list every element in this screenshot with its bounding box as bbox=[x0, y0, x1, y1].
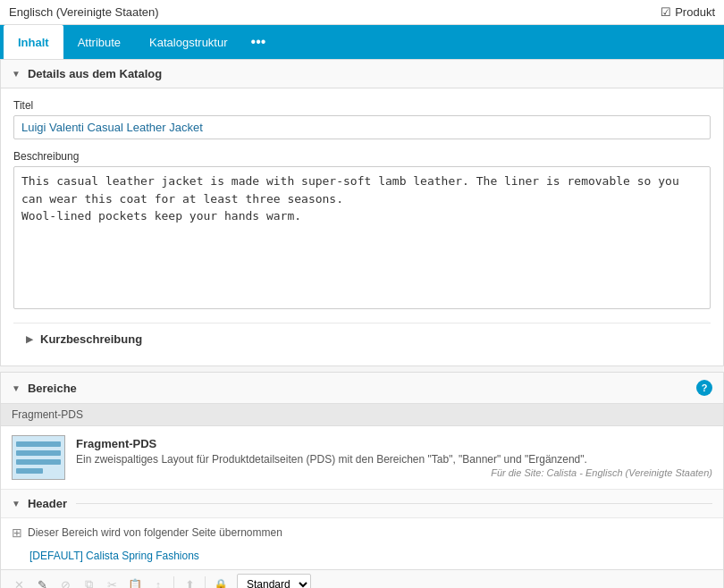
language-label: Englisch (Vereinigte Staaten) bbox=[9, 5, 159, 19]
bereiche-section-title: Bereiche bbox=[28, 382, 77, 395]
fragment-label-row: Fragment-PDS bbox=[1, 404, 723, 426]
toolbar-delete-btn[interactable]: ✕ bbox=[8, 574, 29, 588]
desc-label: Beschreibung bbox=[13, 150, 711, 163]
toolbar-divider-2 bbox=[205, 576, 206, 588]
kurzbeschreibung-chevron-icon: ▶ bbox=[26, 334, 33, 344]
fragment-title: Fragment-PDS bbox=[76, 437, 712, 450]
fragment-label: Fragment-PDS bbox=[12, 408, 83, 421]
details-section-title: Details aus dem Katalog bbox=[28, 67, 162, 80]
inherited-info: ⊞ Dieser Bereich wird von folgender Seit… bbox=[1, 518, 723, 547]
toolbar-select[interactable]: Standard Option 1 Option 2 bbox=[237, 574, 311, 588]
product-label: Produkt bbox=[675, 5, 715, 19]
thumb-line-3 bbox=[16, 459, 61, 465]
toolbar: ✕ ✎ ⊘ ⧉ ✂ 📋 ↕ ⬆ 🔒 Standard Option 1 Opti… bbox=[1, 569, 723, 588]
inherited-link[interactable]: [DEFAULT] Calista Spring Fashions bbox=[29, 550, 199, 562]
bereiche-chevron-icon: ▼ bbox=[12, 383, 21, 393]
toolbar-move-btn[interactable]: ↕ bbox=[147, 574, 169, 588]
details-chevron-icon: ▼ bbox=[12, 69, 21, 79]
product-area: ☑ Produkt bbox=[661, 5, 715, 19]
header-subsection-title[interactable]: ▼ Header bbox=[1, 490, 723, 518]
main-content: ▼ Details aus dem Katalog Titel Beschrei… bbox=[0, 59, 724, 588]
toolbar-lock-btn[interactable]: 🔒 bbox=[210, 574, 232, 588]
help-icon[interactable]: ? bbox=[696, 380, 712, 396]
toolbar-copy-btn[interactable]: ⧉ bbox=[78, 574, 99, 588]
tab-katalogstruktur[interactable]: Katalogstruktur bbox=[135, 25, 241, 59]
fragment-site: Für die Site: Calista - Englisch (Verein… bbox=[76, 467, 712, 478]
title-field-group: Titel bbox=[13, 99, 711, 139]
toolbar-block-btn[interactable]: ⊘ bbox=[55, 574, 76, 588]
fragment-info: Fragment-PDS Ein zweispaltiges Layout fü… bbox=[76, 437, 712, 478]
toolbar-cut-btn[interactable]: ✂ bbox=[101, 574, 122, 588]
toolbar-edit-btn[interactable]: ✎ bbox=[31, 574, 53, 588]
kurzbeschreibung-label: Kurzbeschreibung bbox=[40, 332, 142, 346]
top-bar: Englisch (Vereinigte Staaten) ☑ Produkt bbox=[0, 0, 724, 25]
tab-bar: Inhalt Attribute Katalogstruktur ••• bbox=[0, 25, 724, 59]
fragment-card: Fragment-PDS Ein zweispaltiges Layout fü… bbox=[1, 426, 723, 490]
desc-textarea[interactable]: This casual leather jacket is made with … bbox=[13, 166, 711, 309]
inherited-link-wrapper: [DEFAULT] Calista Spring Fashions bbox=[1, 547, 723, 569]
tab-more[interactable]: ••• bbox=[242, 30, 275, 54]
fragment-thumbnail bbox=[12, 435, 65, 480]
toolbar-paste-btn[interactable]: 📋 bbox=[124, 574, 146, 588]
header-chevron-icon: ▼ bbox=[12, 499, 21, 508]
bereiche-section-header[interactable]: ▼ Bereiche ? bbox=[1, 373, 723, 404]
details-section: ▼ Details aus dem Katalog Titel Beschrei… bbox=[0, 59, 724, 366]
product-icon: ☑ bbox=[661, 5, 671, 19]
thumb-line-2 bbox=[16, 450, 61, 456]
thumb-line-4 bbox=[16, 468, 43, 474]
toolbar-upload-btn[interactable]: ⬆ bbox=[179, 574, 200, 588]
details-section-body: Titel Beschreibung This casual leather j… bbox=[1, 88, 723, 365]
thumb-line-1 bbox=[16, 441, 61, 447]
header-sub-label: Header bbox=[28, 497, 67, 510]
inherited-text: Dieser Bereich wird von folgender Seite … bbox=[28, 526, 282, 539]
kurzbeschreibung-header[interactable]: ▶ Kurzbeschreibung bbox=[13, 323, 711, 355]
header-divider bbox=[76, 503, 712, 504]
inherited-icon: ⊞ bbox=[12, 525, 22, 540]
fragment-desc: Ein zweispaltiges Layout für Produktdeta… bbox=[76, 453, 712, 466]
title-input[interactable] bbox=[13, 115, 711, 139]
title-label: Titel bbox=[13, 99, 711, 112]
desc-field-group: Beschreibung This casual leather jacket … bbox=[13, 150, 711, 312]
details-section-header[interactable]: ▼ Details aus dem Katalog bbox=[1, 60, 723, 88]
tab-attribute[interactable]: Attribute bbox=[63, 25, 135, 59]
tab-inhalt[interactable]: Inhalt bbox=[4, 25, 63, 59]
toolbar-divider-1 bbox=[173, 576, 174, 588]
header-subsection: ▼ Header ⊞ Dieser Bereich wird von folge… bbox=[1, 490, 723, 588]
bereiche-section: ▼ Bereiche ? Fragment-PDS Fragment-PDS E… bbox=[0, 372, 724, 588]
